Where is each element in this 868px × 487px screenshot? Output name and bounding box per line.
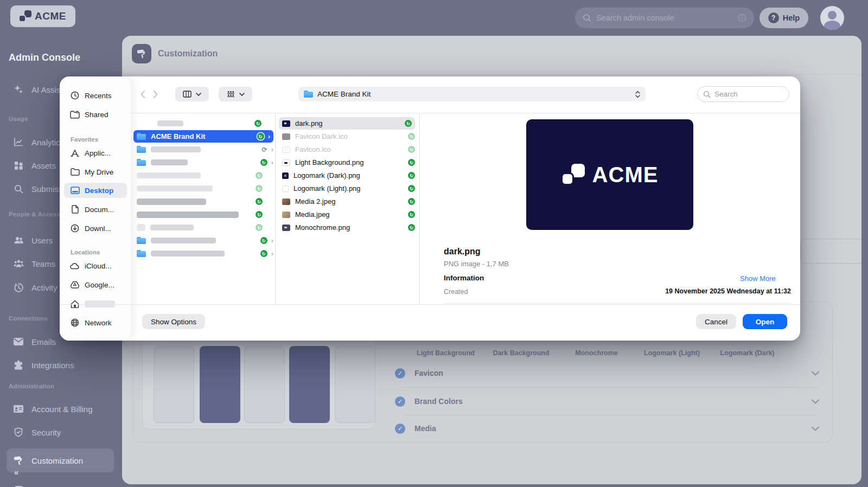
folder-row-redacted[interactable]: ↻ <box>136 117 272 130</box>
accordion-favicon[interactable]: ✓ Favicon <box>395 365 819 381</box>
column-label-logomark-light: Logomark (Light) <box>634 349 710 357</box>
sync-complete-badge: ↻ <box>408 198 415 205</box>
dialog-sidebar-network[interactable]: Network <box>64 315 127 330</box>
dialog-sidebar-applications[interactable]: Applic... <box>64 145 127 161</box>
logo-tile-light-background[interactable] <box>154 346 194 423</box>
view-mode-button[interactable] <box>175 87 209 101</box>
dialog-sidebar-home[interactable] <box>64 296 127 311</box>
admin-search-input[interactable] <box>596 14 733 22</box>
accordion-media[interactable]: ✓ Media <box>395 420 819 437</box>
dialog-search-input[interactable] <box>714 90 783 98</box>
file-name: Favicon.ico <box>295 145 408 153</box>
sync-complete-badge: ↻ <box>405 120 412 127</box>
acme-logo[interactable]: ACME <box>10 5 75 27</box>
show-options-button[interactable]: Show Options <box>142 314 205 329</box>
file-name: dark.png <box>295 119 405 127</box>
dialog-sidebar-downloads-label: Downl... <box>85 225 111 233</box>
file-row-monochrome-png[interactable]: Monochrome.png ↻ <box>282 221 415 234</box>
sync-in-progress-icon: ⟳ <box>262 146 267 153</box>
id-card-icon <box>13 405 24 413</box>
folder-row-redacted[interactable]: ↻ <box>137 182 273 195</box>
sidebar-item-customization[interactable]: Customization <box>7 448 114 472</box>
open-button[interactable]: Open <box>743 314 787 329</box>
folder-name: ACME Brand Kit <box>151 132 257 140</box>
logo-tile-logomark-light[interactable] <box>289 346 330 423</box>
sidebar-item-support[interactable]: Support <box>7 482 114 487</box>
sidebar-label-emails: Emails <box>31 337 56 347</box>
admin-search-bar[interactable] <box>575 8 754 28</box>
file-name: Monochrome.png <box>295 223 408 232</box>
folder-row-redacted[interactable]: ↻ <box>137 221 273 234</box>
dialog-sidebar-google-drive[interactable]: Google... <box>64 277 127 292</box>
dialog-sidebar-shared[interactable]: Shared <box>64 107 127 122</box>
user-avatar[interactable] <box>820 6 844 30</box>
folder-row-redacted[interactable]: ↻ › <box>137 156 273 169</box>
download-circle-icon <box>70 224 80 233</box>
file-thumbnail <box>282 198 290 205</box>
folder-row-redacted[interactable]: ⟳ › <box>137 143 273 156</box>
back-icon[interactable] <box>140 90 145 99</box>
logo-tile-dark-background[interactable] <box>200 346 240 423</box>
file-name: Favicon Dark.ico <box>295 132 408 140</box>
help-button[interactable]: ? Help <box>760 8 808 28</box>
hidden-upload-outline <box>800 239 861 264</box>
sidebar-item-integrations[interactable]: Integrations <box>7 357 114 373</box>
show-more-link[interactable]: Show More <box>740 274 776 283</box>
column-label-logomark-dark: Logomark (Dark) <box>710 349 785 357</box>
group-sort-button[interactable] <box>219 87 252 101</box>
folder-row-redacted[interactable]: ↻ <box>137 195 273 208</box>
sidebar-item-account-billing[interactable]: Account & Billing <box>7 401 114 417</box>
sync-complete-badge: ↻ <box>256 211 263 218</box>
file-row-logomark-dark-png[interactable]: Logomark (Dark).png ↻ <box>282 169 415 182</box>
folder-row-redacted[interactable]: ↻ <box>137 208 273 221</box>
toolbar-divider <box>131 113 800 113</box>
sync-complete-badge: ↻ <box>408 224 415 231</box>
file-name: Light Background.png <box>295 158 408 166</box>
dialog-sidebar-desktop[interactable]: Desktop <box>64 183 127 198</box>
sync-complete-badge: ↻ <box>256 172 263 179</box>
forward-icon[interactable] <box>153 90 158 99</box>
folder-path-select[interactable]: ACME Brand Kit <box>298 87 646 101</box>
file-row-media-jpeg[interactable]: Media.jpeg ↻ <box>282 208 415 221</box>
dialog-sidebar-my-drive-label: My Drive <box>85 168 113 176</box>
folder-row-acme-brand-kit[interactable]: ACME Brand Kit ↻ › <box>133 130 273 143</box>
logo-tile-logomark-dark[interactable] <box>335 346 375 423</box>
dialog-search-field[interactable] <box>697 86 789 102</box>
folder-icon <box>137 133 146 140</box>
dialog-sidebar-icloud[interactable]: iCloud... <box>64 258 127 273</box>
folder-row-redacted[interactable]: ↻ <box>137 169 273 182</box>
file-thumbnail <box>282 172 289 179</box>
sidebar-item-security[interactable]: Security <box>7 424 114 440</box>
file-row-favicon-dark-ico[interactable]: Favicon Dark.ico ↻ <box>282 130 415 143</box>
dialog-sidebar-recents-label: Recents <box>85 92 112 100</box>
dialog-sidebar-network-label: Network <box>85 319 112 327</box>
shield-check-icon <box>13 427 24 437</box>
page-header-divider <box>122 74 861 75</box>
logo-tile-monochrome[interactable] <box>244 346 285 423</box>
accordion-brand-colors[interactable]: ✓ Brand Colors <box>395 393 819 409</box>
page-title: Customization <box>158 49 218 59</box>
file-thumbnail <box>282 146 290 153</box>
sidebar-section-connections: Connections <box>9 315 48 322</box>
dialog-sidebar-my-drive[interactable]: My Drive <box>64 164 127 180</box>
dialog-sidebar-documents[interactable]: Docum... <box>64 202 127 217</box>
dialog-sidebar-recents[interactable]: Recents <box>64 88 127 103</box>
dialog-sidebar-shared-label: Shared <box>85 111 108 119</box>
file-row-favicon-ico[interactable]: Favicon.ico ↻ <box>282 143 415 156</box>
folder-row-redacted[interactable]: ↻ › <box>137 234 273 247</box>
chevron-right-icon: › <box>271 249 273 258</box>
folder-icon <box>304 91 313 98</box>
dialog-sidebar-downloads[interactable]: Downl... <box>64 221 127 236</box>
folder-row-redacted[interactable]: ↻ › <box>137 247 273 260</box>
file-row-light-background-png[interactable]: Light Background.png ↻ <box>282 156 415 169</box>
file-open-dialog: Recents Shared Favorites Applic... My Dr… <box>60 76 800 341</box>
file-row-dark-png[interactable]: dark.png ↻ <box>279 117 415 130</box>
file-row-logomark-light-png[interactable]: Logomark (Light).png ↻ <box>282 182 415 195</box>
sidebar-collapse-control[interactable]: « <box>14 467 18 477</box>
sync-complete-badge: ↻ <box>408 211 415 218</box>
dialog-sidebar-icloud-label: iCloud... <box>85 262 112 270</box>
paint-roller-icon <box>13 456 24 465</box>
cancel-button[interactable]: Cancel <box>696 314 736 329</box>
file-row-media-2-jpeg[interactable]: Media 2.jpeg ↻ <box>282 195 415 208</box>
dialog-sidebar-documents-label: Docum... <box>85 206 114 214</box>
